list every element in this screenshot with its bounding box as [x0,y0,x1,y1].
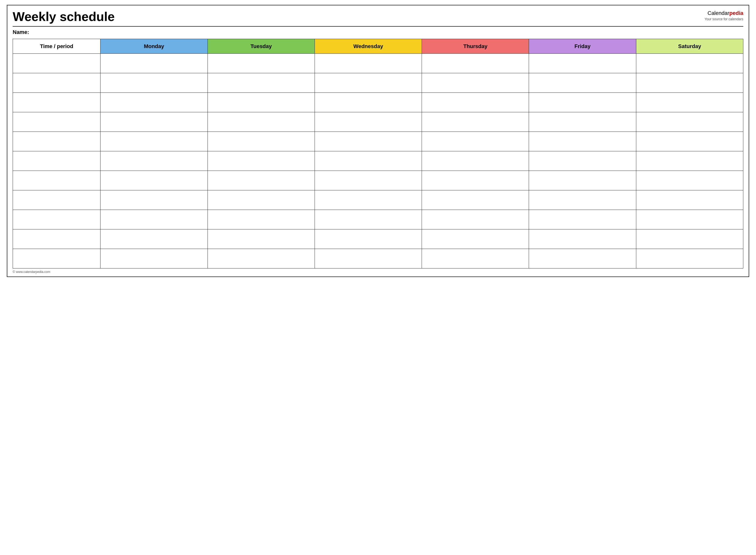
footer-url: © www.calendarpedia.com [13,270,743,273]
name-label: Name: [13,29,743,35]
day-cell[interactable] [315,132,422,151]
day-cell[interactable] [636,190,743,210]
day-cell[interactable] [529,132,636,151]
day-cell[interactable] [315,249,422,268]
day-cell[interactable] [207,151,315,171]
day-cell[interactable] [529,229,636,249]
day-cell[interactable] [100,112,207,132]
day-cell[interactable] [100,93,207,112]
day-cell[interactable] [422,112,529,132]
day-cell[interactable] [315,229,422,249]
day-cell[interactable] [315,54,422,73]
day-cell[interactable] [207,54,315,73]
day-cell[interactable] [529,54,636,73]
day-cell[interactable] [315,73,422,93]
day-cell[interactable] [636,210,743,229]
brand-logo: Calendarpedia Your source for calendars [705,10,743,21]
day-cell[interactable] [636,249,743,268]
time-cell[interactable] [13,210,100,229]
day-cell[interactable] [207,249,315,268]
day-cell[interactable] [207,132,315,151]
day-cell[interactable] [100,151,207,171]
day-cell[interactable] [636,54,743,73]
day-cell[interactable] [422,171,529,190]
day-cell[interactable] [636,112,743,132]
table-row [13,249,743,268]
table-row [13,210,743,229]
day-cell[interactable] [100,210,207,229]
table-row [13,151,743,171]
time-cell[interactable] [13,73,100,93]
day-cell[interactable] [207,73,315,93]
table-row [13,190,743,210]
day-cell[interactable] [100,190,207,210]
col-header-monday: Monday [100,39,207,54]
day-cell[interactable] [315,151,422,171]
day-cell[interactable] [100,54,207,73]
col-header-time: Time / period [13,39,100,54]
day-cell[interactable] [315,190,422,210]
day-cell[interactable] [422,249,529,268]
table-row [13,93,743,112]
day-cell[interactable] [207,229,315,249]
day-cell[interactable] [422,73,529,93]
header-row: Weekly schedule Calendarpedia Your sourc… [13,10,743,24]
col-header-wednesday: Wednesday [315,39,422,54]
day-cell[interactable] [529,151,636,171]
day-cell[interactable] [100,73,207,93]
table-row [13,171,743,190]
day-cell[interactable] [529,93,636,112]
col-header-friday: Friday [529,39,636,54]
day-cell[interactable] [422,229,529,249]
day-cell[interactable] [636,73,743,93]
brand-pedia-part: pedia [729,10,743,16]
day-cell[interactable] [100,249,207,268]
time-cell[interactable] [13,54,100,73]
table-row [13,229,743,249]
table-row [13,132,743,151]
day-cell[interactable] [529,171,636,190]
time-cell[interactable] [13,151,100,171]
day-cell[interactable] [207,190,315,210]
day-cell[interactable] [422,132,529,151]
day-cell[interactable] [422,210,529,229]
day-cell[interactable] [315,112,422,132]
day-cell[interactable] [529,73,636,93]
day-cell[interactable] [207,210,315,229]
day-cell[interactable] [636,132,743,151]
time-cell[interactable] [13,190,100,210]
day-cell[interactable] [315,93,422,112]
day-cell[interactable] [207,93,315,112]
day-cell[interactable] [529,210,636,229]
day-cell[interactable] [207,171,315,190]
day-cell[interactable] [636,229,743,249]
day-cell[interactable] [422,190,529,210]
day-cell[interactable] [529,249,636,268]
col-header-tuesday: Tuesday [207,39,315,54]
time-cell[interactable] [13,229,100,249]
day-cell[interactable] [315,171,422,190]
day-cell[interactable] [529,190,636,210]
col-header-thursday: Thursday [422,39,529,54]
header-divider [13,26,743,27]
time-cell[interactable] [13,112,100,132]
day-cell[interactable] [100,171,207,190]
day-cell[interactable] [529,112,636,132]
day-cell[interactable] [636,93,743,112]
day-cell[interactable] [315,210,422,229]
day-cell[interactable] [422,151,529,171]
table-row [13,54,743,73]
page-wrapper: Weekly schedule Calendarpedia Your sourc… [7,5,749,277]
day-cell[interactable] [636,171,743,190]
day-cell[interactable] [422,54,529,73]
day-cell[interactable] [100,229,207,249]
day-cell[interactable] [422,93,529,112]
time-cell[interactable] [13,171,100,190]
day-cell[interactable] [207,112,315,132]
time-cell[interactable] [13,132,100,151]
time-cell[interactable] [13,93,100,112]
time-cell[interactable] [13,249,100,268]
day-cell[interactable] [636,151,743,171]
schedule-table: Time / period Monday Tuesday Wednesday T… [13,39,743,268]
day-cell[interactable] [100,132,207,151]
